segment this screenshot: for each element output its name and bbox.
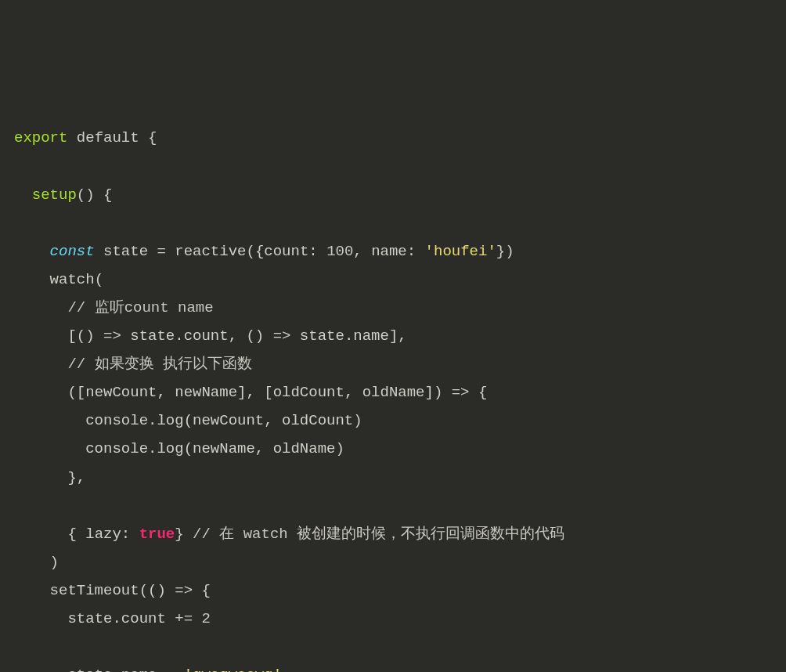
comment-text: // 监听count name — [67, 299, 213, 316]
keyword-true: true — [139, 526, 175, 543]
keyword-const: const — [50, 243, 95, 260]
code-line-8: [() => state.count, () => state.name], — [14, 327, 407, 345]
string-literal: 'houfei' — [425, 243, 496, 260]
code-line-9: // 如果变换 执行以下函数 — [14, 356, 252, 373]
code-block: export default { setup() { const state =… — [14, 124, 772, 672]
code-line-16: ) — [14, 554, 59, 571]
fn-settimeout: setTimeout — [50, 582, 139, 599]
code-line-7: // 监听count name — [14, 299, 214, 316]
brace: { — [139, 129, 157, 146]
comment-text: // 如果变换 执行以下函数 — [67, 356, 252, 373]
code-line-11: console.log(newCount, oldCount) — [14, 412, 362, 429]
code-line-3: setup() { — [14, 186, 112, 204]
string-literal: 'qweqweewq' — [184, 667, 282, 672]
code-line-15: { lazy: true} // 在 watch 被创建的时候，不执行回调函数中… — [14, 526, 564, 543]
code-line-17: setTimeout(() => { — [14, 582, 211, 599]
code-line-18: state.count += 2 — [14, 610, 211, 627]
keyword-default: default — [77, 129, 139, 146]
method-setup: setup — [32, 186, 77, 204]
code-line-5: const state = reactive({count: 100, name… — [14, 243, 514, 260]
code-line-1: export default { — [14, 129, 157, 146]
fn-watch: watch — [50, 271, 95, 288]
code-line-13: }, — [14, 469, 85, 486]
fn-reactive: reactive — [175, 243, 246, 260]
code-line-10: ([newCount, newName], [oldCount, oldName… — [14, 384, 487, 401]
keyword-export: export — [14, 129, 67, 146]
comment-text: // 在 watch 被创建的时候，不执行回调函数中的代码 — [193, 526, 564, 543]
code-line-20: state.name = 'qweqweewq' — [14, 667, 282, 672]
code-line-12: console.log(newName, oldName) — [14, 440, 344, 457]
code-line-6: watch( — [14, 271, 103, 288]
